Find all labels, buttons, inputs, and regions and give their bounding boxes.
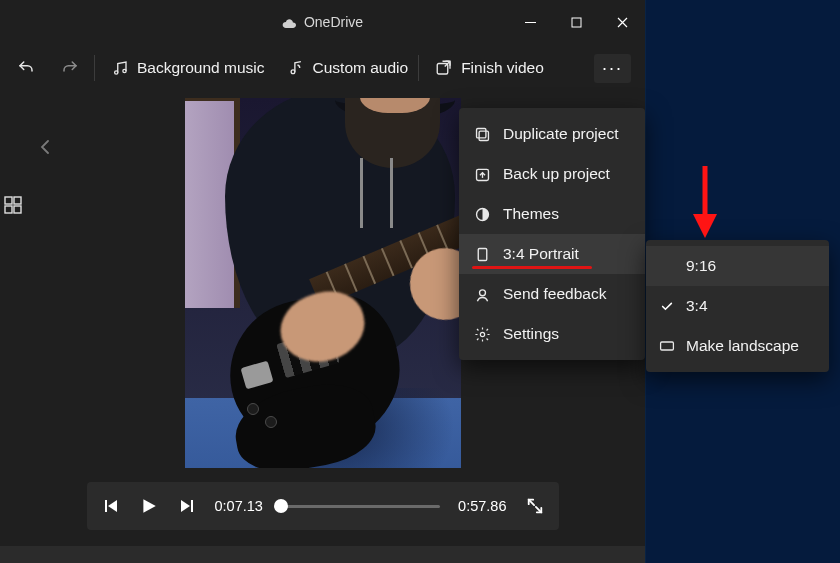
- svg-rect-10: [105, 500, 107, 512]
- menu-item-label: Send feedback: [503, 285, 606, 303]
- export-icon: [435, 59, 453, 77]
- onedrive-cloud-icon: [282, 16, 298, 28]
- finish-video-button[interactable]: Finish video: [435, 59, 544, 77]
- playback-controls: 0:07.13 0:57.86: [87, 482, 559, 530]
- backup-icon: [473, 165, 491, 183]
- previous-frame-button[interactable]: [101, 496, 121, 516]
- toolbar-divider: [94, 55, 95, 81]
- menu-item-label: Back up project: [503, 165, 610, 183]
- menu-item-label: Settings: [503, 325, 559, 343]
- svg-rect-0: [525, 22, 536, 23]
- minimize-button[interactable]: [507, 4, 553, 40]
- ellipsis-icon: ···: [602, 58, 623, 78]
- svg-marker-21: [693, 214, 717, 238]
- aspect-option-label: 9:16: [686, 257, 716, 275]
- feedback-icon: [473, 285, 491, 303]
- toolbar: Background music Custom audio Finish vid…: [0, 44, 645, 92]
- gear-icon: [473, 325, 491, 343]
- svg-rect-11: [191, 500, 193, 512]
- title-bar: OneDrive: [0, 0, 645, 44]
- fullscreen-button[interactable]: [525, 496, 545, 516]
- svg-point-3: [123, 69, 126, 72]
- menu-item-label: Themes: [503, 205, 559, 223]
- redo-button[interactable]: [56, 54, 84, 82]
- menu-item-send-feedback[interactable]: Send feedback: [459, 274, 645, 314]
- svg-rect-13: [476, 128, 485, 137]
- background-music-button[interactable]: Background music: [111, 59, 265, 77]
- menu-item-label: 3:4 Portrait: [503, 245, 579, 263]
- total-time: 0:57.86: [458, 498, 506, 514]
- aspect-ratio-submenu: 9:16 3:4 Make landscape: [646, 240, 829, 372]
- menu-item-duplicate-project[interactable]: Duplicate project: [459, 114, 645, 154]
- svg-rect-12: [479, 131, 488, 140]
- duplicate-icon: [473, 125, 491, 143]
- window-title: OneDrive: [304, 14, 363, 30]
- aspect-option-make-landscape[interactable]: Make landscape: [646, 326, 829, 366]
- aspect-option-9-16[interactable]: 9:16: [646, 246, 829, 286]
- undo-button[interactable]: [12, 54, 40, 82]
- landscape-icon: [658, 339, 676, 353]
- aspect-option-label: Make landscape: [686, 337, 799, 355]
- menu-item-settings[interactable]: Settings: [459, 314, 645, 354]
- next-frame-button[interactable]: [177, 496, 197, 516]
- svg-point-2: [115, 71, 118, 74]
- playback-slider[interactable]: [281, 494, 440, 518]
- svg-rect-1: [572, 18, 581, 27]
- annotation-underline: [472, 266, 592, 269]
- close-button[interactable]: [599, 4, 645, 40]
- more-options-button[interactable]: ···: [594, 54, 631, 83]
- themes-icon: [473, 205, 491, 223]
- svg-rect-16: [478, 248, 487, 260]
- svg-rect-19: [661, 342, 674, 350]
- video-preview[interactable]: [185, 98, 461, 468]
- background-music-label: Background music: [137, 59, 265, 77]
- menu-item-themes[interactable]: Themes: [459, 194, 645, 234]
- aspect-option-3-4[interactable]: 3:4: [646, 286, 829, 326]
- more-options-menu: Duplicate project Back up project Themes…: [459, 108, 645, 360]
- maximize-button[interactable]: [553, 4, 599, 40]
- music-icon: [111, 59, 129, 77]
- checkmark-icon: [658, 299, 676, 313]
- custom-audio-label: Custom audio: [313, 59, 409, 77]
- finish-video-label: Finish video: [461, 59, 544, 77]
- svg-point-18: [480, 332, 484, 336]
- play-button[interactable]: [139, 496, 159, 516]
- svg-point-17: [479, 289, 485, 295]
- audio-wave-icon: [287, 59, 305, 77]
- menu-item-label: Duplicate project: [503, 125, 618, 143]
- toolbar-divider-2: [418, 55, 419, 81]
- menu-item-back-up-project[interactable]: Back up project: [459, 154, 645, 194]
- aspect-ratio-icon: [473, 245, 491, 263]
- app-bottom-strip: [0, 546, 645, 563]
- annotation-arrow: [690, 162, 720, 240]
- custom-audio-button[interactable]: Custom audio: [287, 59, 409, 77]
- current-time: 0:07.13: [215, 498, 263, 514]
- aspect-option-label: 3:4: [686, 297, 708, 315]
